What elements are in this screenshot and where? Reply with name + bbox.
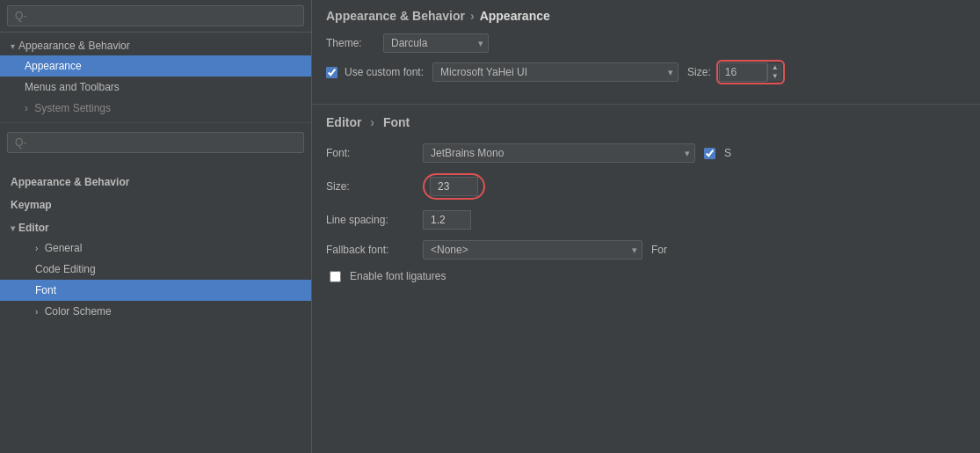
custom-font-label: Use custom font: <box>345 66 424 78</box>
size-input-wrapper-top: ▲ ▼ <box>716 60 785 84</box>
sidebar: ▾ Appearance & Behavior Appearance Menus… <box>0 0 312 453</box>
size-spin-up-top[interactable]: ▲ <box>768 63 782 72</box>
breadcrumb-sep-1: › <box>470 9 475 23</box>
sidebar-item-editor-header[interactable]: ▾ Editor <box>0 215 311 237</box>
custom-font-checkbox-row: Use custom font: <box>326 66 424 78</box>
editor-size-input[interactable] <box>430 177 478 196</box>
font-select-wrapper: Microsoft YaHei UI <box>432 62 679 82</box>
custom-font-select[interactable]: Microsoft YaHei UI <box>432 62 679 82</box>
content-area: Appearance & Behavior › Appearance Theme… <box>312 0 980 453</box>
sidebar-header-label-top: Appearance & Behavior <box>18 40 130 52</box>
sidebar-item-appearance[interactable]: Appearance <box>0 55 311 77</box>
editor-fallback-row: Fallback font: <None> For <box>326 240 966 259</box>
size-input-top[interactable] <box>719 62 767 82</box>
editor-fallback-select[interactable]: <None> <box>423 240 642 259</box>
arrow-right-icon-3: › <box>35 307 38 317</box>
sidebar-item-keymap[interactable]: Keymap <box>0 192 311 215</box>
breadcrumb-appearance: Appearance & Behavior › Appearance <box>326 9 966 23</box>
custom-font-checkbox[interactable] <box>326 67 338 78</box>
ligatures-label: Enable font ligatures <box>350 270 446 282</box>
breadcrumb-editor-part1: Editor <box>326 115 361 129</box>
editor-line-spacing-input[interactable] <box>423 210 471 230</box>
sidebar-divider <box>0 122 311 123</box>
sidebar-item-color-scheme[interactable]: › Color Scheme <box>0 301 311 322</box>
sidebar-item-system-settings[interactable]: › System Settings <box>0 98 311 119</box>
custom-font-row: Use custom font: Microsoft YaHei UI Size… <box>326 60 966 84</box>
sidebar-header-appearance-behavior-top[interactable]: ▾ Appearance & Behavior <box>0 33 311 55</box>
arrow-down-icon: ▾ <box>11 41 15 51</box>
arrow-down-icon-2: ▾ <box>11 223 15 233</box>
breadcrumb-part2: Appearance <box>480 9 550 23</box>
editor-font-section: Editor › Font Font: JetBrains Mono S Siz… <box>312 105 980 453</box>
arrow-right-icon-2: › <box>35 244 38 253</box>
editor-ligatures-row: Enable font ligatures <box>326 270 966 282</box>
sidebar-item-menus-toolbars[interactable]: Menus and Toolbars <box>0 77 311 98</box>
editor-line-spacing-row: Line spacing: <box>326 210 966 230</box>
size-label-top: Size: <box>687 66 711 78</box>
arrow-right-icon: › <box>25 102 28 114</box>
size-spin-top: ▲ ▼ <box>767 63 782 80</box>
sidebar-item-general[interactable]: › General <box>0 237 311 259</box>
breadcrumb-editor-part2: Font <box>383 115 410 129</box>
sidebar-item-appearance-behavior-bottom[interactable]: Appearance & Behavior <box>0 169 311 192</box>
editor-font-select-wrapper: JetBrains Mono <box>423 143 695 163</box>
fallback-select-wrapper: <None> <box>423 240 642 259</box>
editor-size-row: Size: <box>326 173 966 200</box>
size-spin-down-top[interactable]: ▼ <box>768 72 782 81</box>
sidebar-item-code-editing[interactable]: Code Editing <box>0 259 311 280</box>
sidebar-top-search-area <box>0 0 311 33</box>
breadcrumb-part1: Appearance & Behavior <box>326 9 465 23</box>
sidebar-top-section: ▾ Appearance & Behavior Appearance Menus… <box>0 33 311 119</box>
editor-fallback-label: Fallback font: <box>326 244 414 256</box>
sidebar-search-input-1[interactable] <box>7 5 304 26</box>
editor-size-label: Size: <box>326 180 414 193</box>
appearance-section: Appearance & Behavior › Appearance Theme… <box>312 0 980 105</box>
theme-select[interactable]: Darcula <box>383 33 489 53</box>
ligatures-checkbox[interactable] <box>330 271 341 282</box>
sidebar-bottom-nav: Appearance & Behavior Keymap ▾ Editor › … <box>0 162 311 453</box>
sidebar-search-input-2[interactable] <box>7 132 304 153</box>
for-label: For <box>651 244 667 256</box>
breadcrumb-editor-font: Editor › Font <box>326 115 966 129</box>
editor-font-checkbox-label: S <box>724 147 731 159</box>
editor-font-label: Font: <box>326 147 414 159</box>
editor-font-select[interactable]: JetBrains Mono <box>423 143 695 163</box>
theme-label: Theme: <box>326 37 374 49</box>
sidebar-item-font[interactable]: Font <box>0 280 311 301</box>
editor-font-row: Font: JetBrains Mono S <box>326 143 966 163</box>
size-circle-wrapper <box>423 173 485 200</box>
theme-row: Theme: Darcula <box>326 33 966 53</box>
size-control-top: Size: ▲ ▼ <box>687 60 785 84</box>
editor-line-spacing-label: Line spacing: <box>326 214 414 226</box>
editor-font-checkbox[interactable] <box>704 148 715 159</box>
sidebar-bottom-search-area <box>0 127 311 158</box>
breadcrumb-sep-2: › <box>370 115 374 129</box>
theme-select-wrapper: Darcula <box>383 33 489 53</box>
